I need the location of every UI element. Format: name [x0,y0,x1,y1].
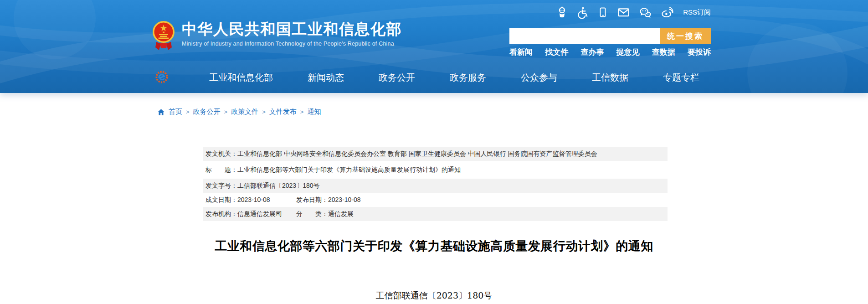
utility-bar: RSS订阅 [556,6,711,19]
robot-assistant-icon[interactable] [556,6,568,19]
meta-row-doc-number: 发文字号： 工信部联通信〔2023〕180号 [203,179,668,193]
main-nav: 工业和信息化部 新闻动态 政务公开 政务服务 公众参与 工信数据 专题专栏 [0,69,868,88]
nav-item-gov-services[interactable]: 政务服务 [450,72,486,84]
breadcrumb-policy-files[interactable]: 政策文件 [231,108,258,116]
quick-link-news[interactable]: 看新闻 [509,47,533,57]
meta-value: 2023-10-08 [237,196,270,204]
breadcrumb-file-release[interactable]: 文件发布 [269,108,297,116]
meta-label: 发布机构： [205,210,237,218]
meta-label: 标 题： [205,166,237,174]
meta-value: 2023-10-08 [328,196,361,204]
meta-label: 发文字号： [205,182,237,190]
breadcrumb-gov-info[interactable]: 政务公开 [193,108,221,116]
meta-label: 发布日期： [296,196,328,204]
article-doc-number: 工信部联通信〔2023〕180号 [0,290,868,302]
national-emblem-logo [152,20,175,51]
nav-items: 工业和信息化部 新闻动态 政务公开 政务服务 公众参与 工信数据 专题专栏 [209,72,699,84]
quick-link-feedback[interactable]: 提意见 [616,47,640,57]
meta-label: 成文日期： [205,196,237,204]
wechat-icon[interactable] [639,6,652,19]
weibo-icon[interactable] [661,6,674,19]
nav-item-participation[interactable]: 公众参与 [521,72,557,84]
nav-item-data[interactable]: 工信数据 [592,72,628,84]
brand-text: 中华人民共和国工业和信息化部 Ministry of Industry and … [182,20,402,51]
site-brand[interactable]: 中华人民共和国工业和信息化部 Ministry of Industry and … [152,20,402,51]
nav-item-topics[interactable]: 专题专栏 [663,72,699,84]
home-icon[interactable] [157,108,165,116]
breadcrumb-home[interactable]: 首页 [169,108,182,116]
meta-label: 分 类： [296,210,328,218]
site-header-banner: RSS订阅 中华人民共和国工业和信息化部 Ministry of Industr… [0,0,868,93]
meta-row-publisher-category: 发布机构： 信息通信发展司 分 类： 通信发展 [203,207,668,221]
mobile-icon[interactable] [597,6,608,19]
quick-link-data[interactable]: 查数据 [652,47,675,57]
quick-link-complaint[interactable]: 要投诉 [688,47,711,57]
nav-item-miit[interactable]: 工业和信息化部 [209,72,273,84]
breadcrumb-separator: > [224,108,228,115]
nav-item-news[interactable]: 新闻动态 [308,72,344,84]
breadcrumb-separator: > [262,108,266,115]
quick-link-files[interactable]: 找文件 [545,47,568,57]
site-title-en: Ministry of Industry and Information Tec… [182,41,402,47]
site-title-cn: 中华人民共和国工业和信息化部 [182,20,402,38]
accessibility-icon[interactable] [577,6,589,19]
meta-row-dates: 成文日期： 2023-10-08 发布日期： 2023-10-08 [203,193,668,207]
search-input[interactable] [509,28,660,44]
quick-link-services[interactable]: 查办事 [580,47,604,57]
search-button[interactable]: 统一搜索 [660,28,711,44]
meta-value: 信息通信发展司 [237,210,282,218]
quick-links: 看新闻 找文件 查办事 提意见 查数据 要投诉 [509,47,711,57]
site-search: 统一搜索 [509,28,711,44]
mail-icon[interactable] [617,6,630,19]
nav-item-gov-info[interactable]: 政务公开 [379,72,415,84]
rss-subscribe-link[interactable]: RSS订阅 [683,6,711,19]
breadcrumb: 首页 > 政务公开 > 政策文件 > 文件发布 > 通知 [157,108,321,116]
meta-value: 通信发展 [328,210,354,218]
document-meta-table: 发文机关： 工业和信息化部 中央网络安全和信息化委员会办公室 教育部 国家卫生健… [203,147,668,221]
article-title: 工业和信息化部等六部门关于印发《算力基础设施高质量发展行动计划》的通知 [0,238,868,254]
meta-row-title: 标 题： 工业和信息化部等六部门关于印发《算力基础设施高质量发展行动计划》的通知 [203,161,668,179]
meta-row-issuing-authority: 发文机关： 工业和信息化部 中央网络安全和信息化委员会办公室 教育部 国家卫生健… [203,147,668,161]
meta-label: 发文机关： [205,150,237,158]
miit-e-logo-icon [155,70,169,84]
meta-value: 工信部联通信〔2023〕180号 [237,182,320,190]
meta-value: 工业和信息化部等六部门关于印发《算力基础设施高质量发展行动计划》的通知 [237,166,461,174]
breadcrumb-separator: > [186,108,190,115]
breadcrumb-notice[interactable]: 通知 [307,108,321,116]
breadcrumb-separator: > [300,108,304,115]
meta-value: 工业和信息化部 中央网络安全和信息化委员会办公室 教育部 国家卫生健康委员会 中… [237,150,597,158]
